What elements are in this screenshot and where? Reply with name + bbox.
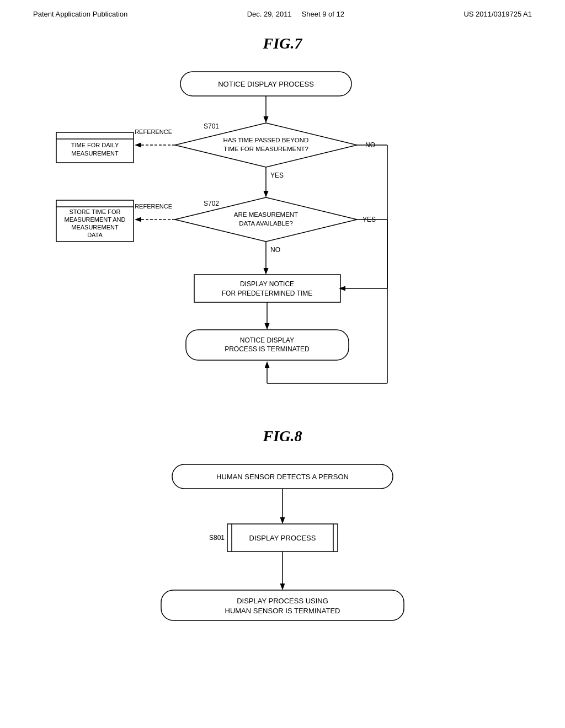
svg-text:DISPLAY PROCESS: DISPLAY PROCESS bbox=[249, 534, 316, 542]
svg-text:TIME FOR DAILY: TIME FOR DAILY bbox=[71, 142, 119, 148]
header-sheet: Sheet 9 of 12 bbox=[302, 10, 344, 18]
svg-text:ARE MEASUREMENT: ARE MEASUREMENT bbox=[234, 211, 298, 218]
header-left: Patent Application Publication bbox=[33, 10, 127, 18]
svg-text:HUMAN SENSOR DETECTS A PERSON: HUMAN SENSOR DETECTS A PERSON bbox=[216, 473, 349, 481]
header-center: Dec. 29, 2011 Sheet 9 of 12 bbox=[247, 10, 344, 18]
svg-rect-55 bbox=[161, 590, 404, 620]
fig8-title: FIG.8 bbox=[22, 427, 543, 445]
svg-text:YES: YES bbox=[270, 172, 284, 179]
svg-marker-4 bbox=[175, 123, 357, 167]
fig7-flowchart: NOTICE DISPLAY PROCESS S701 HAS TIME PAS… bbox=[45, 63, 520, 405]
svg-text:REFERENCE: REFERENCE bbox=[135, 203, 172, 210]
svg-text:HAS TIME PASSED BEYOND: HAS TIME PASSED BEYOND bbox=[223, 137, 309, 143]
header-right: US 2011/0319725 A1 bbox=[463, 10, 532, 18]
svg-text:STORE TIME FOR: STORE TIME FOR bbox=[69, 208, 120, 215]
svg-text:FOR PREDETERMINED TIME: FOR PREDETERMINED TIME bbox=[222, 290, 312, 297]
svg-text:TIME FOR MEASUREMENT?: TIME FOR MEASUREMENT? bbox=[223, 146, 308, 152]
svg-text:MEASUREMENT: MEASUREMENT bbox=[71, 224, 119, 231]
page-header: Patent Application Publication Dec. 29, … bbox=[0, 0, 565, 18]
svg-text:DATA AVAILABLE?: DATA AVAILABLE? bbox=[239, 220, 293, 227]
svg-marker-13 bbox=[175, 197, 357, 242]
header-date: Dec. 29, 2011 bbox=[247, 10, 292, 18]
svg-text:MEASUREMENT: MEASUREMENT bbox=[71, 150, 119, 157]
svg-text:S702: S702 bbox=[204, 200, 219, 207]
svg-text:DATA: DATA bbox=[87, 232, 103, 238]
svg-text:S701: S701 bbox=[204, 122, 219, 130]
svg-text:DISPLAY PROCESS USING: DISPLAY PROCESS USING bbox=[237, 597, 328, 605]
fig7-title: FIG.7 bbox=[22, 35, 543, 52]
svg-text:DISPLAY NOTICE: DISPLAY NOTICE bbox=[240, 280, 294, 288]
svg-rect-21 bbox=[194, 275, 340, 302]
svg-text:NOTICE DISPLAY PROCESS: NOTICE DISPLAY PROCESS bbox=[218, 80, 314, 88]
svg-text:REFERENCE: REFERENCE bbox=[135, 129, 172, 135]
fig7-section: FIG.7 NOTICE DISPLAY PROCESS S701 HAS TI… bbox=[0, 18, 565, 416]
svg-text:MEASUREMENT AND: MEASUREMENT AND bbox=[64, 216, 125, 223]
svg-text:NO: NO bbox=[270, 246, 280, 254]
svg-text:NOTICE DISPLAY: NOTICE DISPLAY bbox=[240, 336, 294, 344]
fig8-flowchart: HUMAN SENSOR DETECTS A PERSON S801 DISPL… bbox=[117, 456, 448, 666]
fig8-section: FIG.8 HUMAN SENSOR DETECTS A PERSON S801… bbox=[0, 416, 565, 682]
svg-text:PROCESS IS TERMINATED: PROCESS IS TERMINATED bbox=[225, 345, 310, 353]
svg-text:S801: S801 bbox=[209, 534, 225, 542]
svg-text:HUMAN SENSOR IS TERMINATED: HUMAN SENSOR IS TERMINATED bbox=[225, 607, 340, 615]
